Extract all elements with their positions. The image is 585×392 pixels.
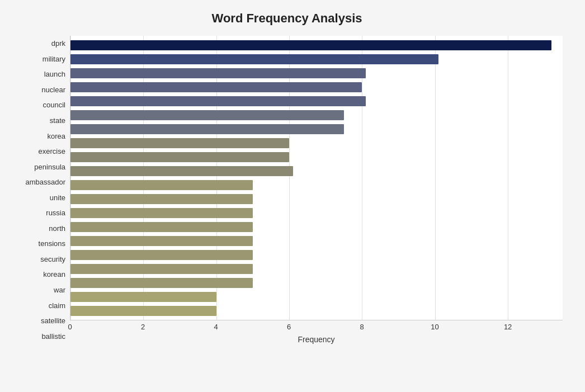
x-tick: 6	[287, 323, 291, 331]
bar-row	[70, 137, 563, 149]
bar	[70, 96, 366, 106]
x-axis: 024681012	[70, 320, 563, 334]
bar-row	[70, 109, 563, 121]
y-label: launch	[44, 68, 65, 81]
y-label: dprk	[51, 37, 65, 50]
bar	[70, 278, 253, 288]
y-label: korean	[43, 268, 65, 281]
bar	[70, 138, 289, 148]
bar	[70, 250, 253, 260]
y-label: state	[50, 115, 65, 127]
bar	[70, 40, 551, 50]
y-label: unite	[50, 191, 65, 204]
bar	[70, 222, 253, 232]
bar	[70, 54, 438, 64]
bar-row	[70, 123, 563, 135]
bar	[70, 166, 293, 176]
bar-row	[70, 39, 563, 51]
bar-row	[70, 53, 563, 65]
x-tick: 10	[431, 323, 438, 331]
x-tick: 4	[214, 323, 218, 331]
bar-row	[70, 81, 563, 93]
bar-row	[70, 95, 563, 107]
y-label: peninsula	[34, 160, 65, 173]
bar	[70, 110, 344, 120]
bar-row	[70, 221, 563, 233]
bar-row	[70, 291, 563, 303]
y-label: satellite	[41, 315, 65, 327]
chart-container: Word Frequency Analysis dprkmilitarylaun…	[0, 0, 585, 392]
bar	[70, 236, 253, 246]
chart-title: Word Frequency Analysis	[11, 11, 563, 26]
y-label: korea	[47, 130, 65, 142]
y-label: north	[49, 222, 65, 234]
bar-row	[70, 207, 563, 219]
y-label: military	[43, 53, 65, 65]
bars-area	[70, 36, 563, 320]
bar	[70, 306, 216, 316]
bar-row	[70, 235, 563, 247]
bar-row	[70, 277, 563, 289]
x-tick: 12	[504, 323, 512, 331]
y-axis: dprkmilitarylaunchnuclearcouncilstatekor…	[11, 36, 70, 344]
y-label: russia	[46, 207, 65, 219]
bar	[70, 194, 253, 204]
bar-row	[70, 151, 563, 163]
x-tick: 2	[141, 323, 145, 331]
y-label: war	[54, 284, 65, 296]
y-label: claim	[49, 299, 65, 311]
y-label: nuclear	[41, 83, 65, 96]
bar-row	[70, 165, 563, 177]
bar-row	[70, 179, 563, 191]
chart-area: dprkmilitarylaunchnuclearcouncilstatekor…	[11, 36, 563, 344]
bar-row	[70, 305, 563, 317]
bar	[70, 124, 344, 134]
bar-row	[70, 67, 563, 79]
y-label: ballistic	[41, 330, 65, 342]
x-tick: 0	[68, 323, 72, 331]
x-axis-label: Frequency	[70, 335, 563, 344]
bar	[70, 180, 253, 190]
bar-row	[70, 193, 563, 205]
bar	[70, 82, 362, 92]
y-label: security	[40, 253, 65, 265]
bars-and-x: 024681012 Frequency	[70, 36, 563, 344]
bar	[70, 152, 289, 162]
bar-row	[70, 249, 563, 261]
x-tick: 8	[360, 323, 364, 331]
bar	[70, 264, 253, 274]
bar-row	[70, 263, 563, 275]
y-label: ambassador	[25, 176, 65, 188]
y-label: council	[43, 99, 65, 111]
bar	[70, 68, 366, 78]
y-label: tensions	[39, 238, 65, 250]
bar	[70, 292, 216, 302]
y-label: exercise	[39, 145, 65, 158]
bar	[70, 208, 253, 218]
